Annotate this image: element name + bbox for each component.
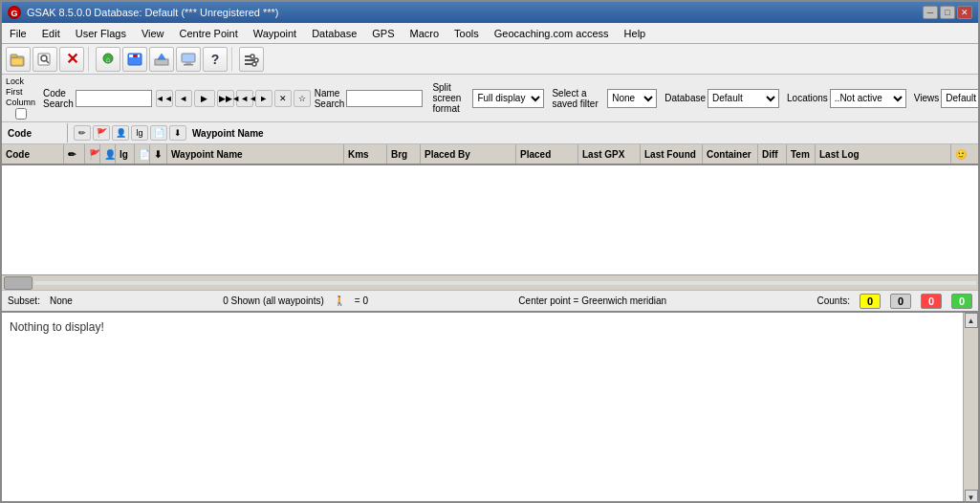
col-header-last-found[interactable]: Last Found [641,144,703,164]
user-col-icon: 👤 [104,149,116,160]
col-header-code[interactable]: Code [2,144,64,164]
minimize-button[interactable]: ─ [923,6,938,19]
bookmark-button[interactable]: ☆ [294,90,311,107]
nav-prev-button[interactable]: ◄ [175,90,192,107]
menu-centre-point[interactable]: Centre Point [172,26,246,41]
col-header-last-log[interactable]: Last Log [816,144,951,164]
down-col-icon: ⬇ [154,149,162,160]
nav-first-button[interactable]: ◄◄ [156,90,173,107]
clear-nav-button[interactable]: ✕ [274,90,292,107]
menu-file[interactable]: File [2,26,34,41]
edit-icon-btn[interactable]: ✏ [74,125,91,141]
saved-filter-group: Select a saved filter None [552,88,657,109]
database-group: Database Default [664,89,779,108]
col-header-diff[interactable]: Diff [758,144,787,164]
col-header-placed[interactable]: Placed [516,144,578,164]
col-header-brg[interactable]: Brg [387,144,421,164]
col-header-waypoint-name[interactable]: Waypoint Name [167,144,344,164]
down-arrow-btn[interactable]: ⬇ [169,125,186,141]
svg-rect-15 [155,59,168,65]
menu-user-flags[interactable]: User Flags [68,26,134,41]
menu-geocaching[interactable]: Geocaching.com access [487,26,617,41]
col-header-kms[interactable]: Kms [344,144,387,164]
col-header-tem[interactable]: Tem [787,144,816,164]
locations-group: Locations ..Not active Home Work [787,89,906,108]
scroll-down-button[interactable]: ▼ [965,490,978,503]
counts-label: Counts: [817,295,850,306]
nav-next-alt-button[interactable]: ► [255,90,272,107]
flag-icon-btn[interactable]: 🚩 [93,125,110,141]
export-button[interactable] [149,47,174,72]
saved-filter-select[interactable]: None [607,89,657,108]
title-bar: G GSAK 8.5.0.0 Database: Default (*** Un… [2,2,978,23]
name-search-input[interactable] [346,90,423,107]
settings-button[interactable] [239,47,264,72]
menu-gps[interactable]: GPS [364,26,402,41]
views-select[interactable]: Default [941,89,980,108]
svg-rect-17 [185,62,191,64]
close-button[interactable]: ✕ [957,6,972,19]
views-label: Views [914,93,940,103]
help-button[interactable]: ? [203,47,228,72]
col-header-container[interactable]: Container [703,144,758,164]
app-icon: G [8,6,21,19]
status-bar: Subset: None 0 Shown (all waypoints) 🚶 =… [2,290,978,311]
lock-column-checkbox[interactable] [15,108,27,120]
shown-text: 0 Shown (all waypoints) [223,295,324,306]
menu-waypoint[interactable]: Waypoint [246,26,304,41]
note-icon-btn[interactable]: 📄 [150,125,167,141]
col-header-icon2[interactable]: 🚩 [85,144,100,164]
geocache-button[interactable]: ⌂ [96,47,120,72]
delete-button[interactable]: ✕ [59,47,84,72]
count-green: 0 [951,294,972,309]
no-data-message: Nothing to display! [10,320,104,334]
col-header-placed-by[interactable]: Placed By [421,144,516,164]
table-body [2,165,978,274]
menu-tools[interactable]: Tools [446,26,487,41]
scroll-up-button[interactable]: ▲ [965,313,978,328]
walker-count: = 0 [355,295,368,306]
svg-rect-13 [134,55,138,57]
nav-next-button[interactable]: ▶ [194,90,215,107]
locations-select[interactable]: ..Not active Home Work [830,89,906,108]
nav-prev-alt-button[interactable]: ◄◄◄ [236,90,253,107]
col-header-icon1[interactable]: ✏ [64,144,85,164]
col-header-icon5[interactable]: 📄 [135,144,150,164]
subset-value: None [50,295,73,306]
col-header-last-gpx[interactable]: Last GPX [578,144,641,164]
code-search-input[interactable] [76,90,152,107]
menu-database[interactable]: Database [304,26,364,41]
maximize-button[interactable]: □ [940,6,955,19]
horizontal-scrollbar[interactable] [2,274,978,290]
svg-rect-16 [182,54,195,62]
menu-macro[interactable]: Macro [402,26,446,41]
bottom-scrollbar[interactable]: ▲ ▼ [963,313,978,503]
flag-col-icon: 🚩 [89,149,100,160]
open-folder-button[interactable] [6,47,31,72]
count-gray: 0 [890,294,911,309]
title-text: GSAK 8.5.0.0 Database: Default (*** Unre… [27,7,279,18]
split-screen-select[interactable]: Full display Split top Split bottom [472,89,544,108]
menu-help[interactable]: Help [617,26,654,41]
title-bar-controls: ─ □ ✕ [923,6,972,19]
lock-first-label: Lock First [6,77,35,98]
split-screen-label: Split screen format [432,82,470,114]
svg-rect-3 [11,55,17,57]
svg-text:⌂: ⌂ [106,55,111,64]
col-header-icon3[interactable]: 👤 [100,144,116,164]
lg-btn[interactable]: lg [131,125,148,141]
database-search-button[interactable] [33,47,57,72]
user-icon-btn[interactable]: 👤 [112,125,129,141]
col-header-lg[interactable]: lg [116,144,135,164]
menu-view[interactable]: View [134,26,172,41]
menu-edit[interactable]: Edit [34,26,68,41]
col-header-smiley[interactable]: 🙂 [951,144,978,164]
database-select[interactable]: Default [708,89,779,108]
table-header: Code ✏ 🚩 👤 lg 📄 ⬇ Waypoint Name [2,144,978,165]
code-column-label: Code [8,128,32,139]
computer-button[interactable] [176,47,201,72]
col-header-icon6[interactable]: ⬇ [150,144,167,164]
flags-button[interactable] [122,47,147,72]
walker-icon: 🚶 [334,295,345,306]
svg-rect-19 [245,55,250,57]
